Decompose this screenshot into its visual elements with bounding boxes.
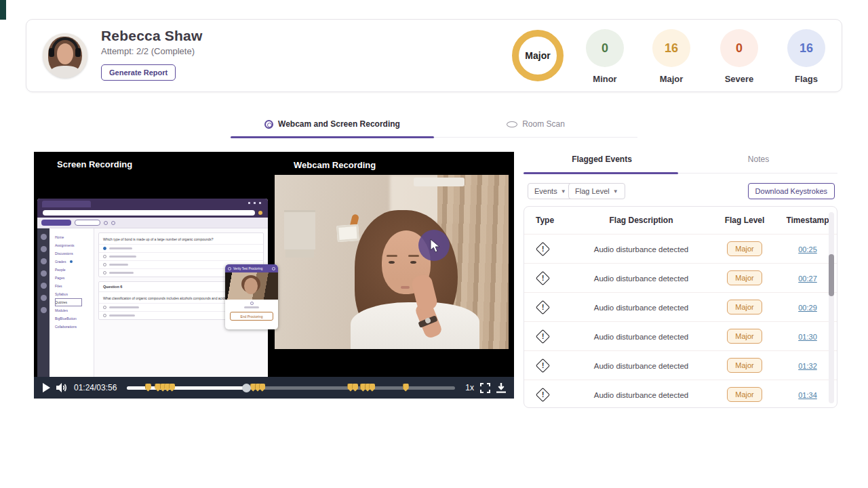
- stat-minor-value: 0: [586, 29, 624, 67]
- end-proctoring-button[interactable]: End Proctoring: [230, 312, 273, 321]
- header-flag-level: Flag Level: [711, 216, 778, 225]
- active-panel-tab-underline: [524, 172, 678, 174]
- lms-menu-item: BigBlueButton: [55, 314, 94, 323]
- play-button[interactable]: [42, 383, 50, 392]
- overall-severity-label: Major: [525, 50, 550, 61]
- browser-address-bar: [37, 207, 268, 218]
- flagged-events-table: Type Flag Description Flag Level Timesta…: [524, 206, 837, 408]
- tab-webcam-screen-recording[interactable]: Webcam and Screen Recording: [231, 110, 434, 138]
- toolbar-brand-pill: [41, 220, 71, 226]
- proctoring-review-page: Rebecca Shaw Attempt: 2/2 (Complete) Gen…: [0, 0, 868, 488]
- stat-severe-value: 0: [720, 29, 758, 67]
- person-brow: [408, 255, 419, 257]
- events-filter-dropdown[interactable]: Events ▼: [528, 183, 573, 199]
- stat-flags-value: 16: [787, 29, 825, 67]
- table-row[interactable]: !Audio disturbance detectedMajor00:25: [524, 234, 837, 263]
- widget-brand-icon: [228, 267, 231, 270]
- toolbar-button: [75, 220, 100, 226]
- active-tab-underline: [231, 136, 434, 138]
- table-row[interactable]: !Audio disturbance detectedMajor01:34: [524, 380, 837, 408]
- browser-titlebar: [37, 199, 268, 207]
- radio-selected: [103, 247, 106, 250]
- stat-major: 16 Major: [652, 29, 690, 84]
- flag-marker[interactable]: [169, 384, 175, 392]
- lms-menu-item: Collaborations: [55, 323, 94, 331]
- table-row[interactable]: !Audio disturbance detectedMajor00:27: [524, 263, 837, 292]
- flag-level-badge: Major: [727, 358, 762, 373]
- volume-button[interactable]: [56, 383, 68, 392]
- events-panel-tabs: Flagged Events Notes: [524, 155, 837, 174]
- events-panel: Flagged Events Notes Events ▼ Flag Level…: [524, 155, 837, 408]
- warning-diamond-icon: !: [536, 329, 550, 343]
- lms-menu-item: Home: [55, 233, 94, 241]
- tab-room-scan-label: Room Scan: [522, 119, 565, 129]
- avatar-headphone-cup: [49, 48, 54, 57]
- tab-room-scan[interactable]: Room Scan: [434, 110, 637, 138]
- flag-marker[interactable]: [145, 384, 151, 392]
- flag-level-filter-dropdown[interactable]: Flag Level ▼: [568, 183, 625, 199]
- flag-level-badge: Major: [727, 300, 762, 314]
- stat-flags: 16 Flags: [787, 29, 825, 84]
- timestamp-link[interactable]: 00:25: [798, 245, 817, 253]
- fullscreen-button[interactable]: [480, 383, 490, 393]
- lms-menu-item: Quizzes: [55, 298, 82, 306]
- profile-dot-icon: [258, 211, 262, 215]
- header-type: Type: [524, 216, 572, 225]
- tab-webcam-screen-recording-label: Webcam and Screen Recording: [278, 119, 400, 129]
- timestamp-link[interactable]: 00:27: [798, 274, 817, 283]
- download-video-button[interactable]: [496, 383, 506, 393]
- lms-menu-item: Files: [55, 282, 94, 290]
- quiz-question-text: Which type of bond is made up of a large…: [99, 233, 263, 244]
- timeline-played: [127, 386, 246, 390]
- cursor-highlight-halo: [418, 230, 450, 261]
- flag-marker[interactable]: [403, 384, 409, 392]
- timestamp-link[interactable]: 01:30: [798, 333, 817, 341]
- stat-major-label: Major: [652, 74, 690, 84]
- tab-notes[interactable]: Notes: [680, 155, 837, 164]
- window-controls: [248, 202, 264, 204]
- attempt-status: Attempt: 2/2 (Complete): [101, 46, 195, 56]
- events-filters: Events ▼ Flag Level ▼ Download Keystroke…: [524, 183, 837, 199]
- time-display: 01:24/03:56: [74, 383, 117, 392]
- widget-recording-status: [225, 300, 278, 310]
- person-eye: [410, 261, 416, 264]
- generate-report-button[interactable]: Generate Report: [101, 64, 176, 81]
- table-row[interactable]: !Audio disturbance detectedMajor01:30: [524, 321, 837, 350]
- timestamp-link[interactable]: 00:29: [798, 304, 817, 312]
- flag-description: Audio disturbance detected: [594, 274, 688, 283]
- flag-marker[interactable]: [259, 384, 265, 392]
- candidate-name: Rebecca Shaw: [101, 28, 202, 44]
- player-controls: 01:24/03:56 1x: [34, 377, 514, 399]
- flag-marker[interactable]: [352, 384, 358, 392]
- recording-tabs: Webcam and Screen Recording Room Scan: [231, 110, 637, 138]
- mouse-cursor-icon: [429, 239, 443, 253]
- stat-flags-label: Flags: [787, 74, 825, 84]
- flag-description: Audio disturbance detected: [594, 362, 688, 370]
- warning-diamond-icon: !: [536, 387, 550, 401]
- url-field: [43, 210, 255, 216]
- chevron-down-icon: ▼: [613, 188, 618, 195]
- header-flag-description: Flag Description: [572, 216, 711, 225]
- stat-severe-label: Severe: [720, 74, 758, 84]
- timestamp-link[interactable]: 01:34: [798, 391, 817, 399]
- flag-level-badge: Major: [727, 270, 762, 285]
- table-row[interactable]: !Audio disturbance detectedMajor00:29: [524, 292, 837, 321]
- person-brow: [387, 255, 397, 257]
- table-row[interactable]: !Audio disturbance detectedMajor01:32: [524, 350, 837, 380]
- flag-marker[interactable]: [369, 384, 375, 392]
- download-keystrokes-button[interactable]: Download Keystrokes: [748, 183, 835, 199]
- stat-major-value: 16: [652, 29, 690, 67]
- warning-diamond-icon: !: [536, 270, 550, 285]
- timeline-scrubber[interactable]: [127, 386, 455, 390]
- video-area[interactable]: Screen Recording Webcam Recording: [34, 152, 514, 377]
- playback-rate-button[interactable]: 1x: [465, 383, 474, 392]
- scrollbar-thumb[interactable]: [829, 254, 834, 296]
- lms-menu-item: Discussions: [55, 249, 94, 258]
- timestamp-link[interactable]: 01:32: [798, 362, 817, 370]
- person-eye: [389, 261, 395, 264]
- webcam-video: [275, 175, 509, 349]
- flag-level-filter-label: Flag Level: [575, 187, 610, 195]
- tab-flagged-events[interactable]: Flagged Events: [524, 155, 680, 164]
- playhead-handle[interactable]: [242, 384, 251, 392]
- avatar: [43, 33, 87, 78]
